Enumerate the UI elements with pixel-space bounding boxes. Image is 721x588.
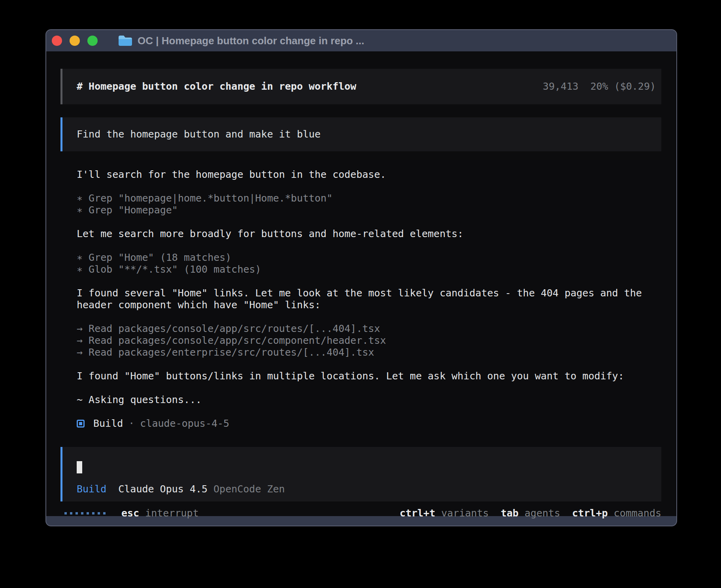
interrupt-label: interrupt <box>145 507 198 519</box>
dot-separator: · <box>128 418 134 430</box>
folder-icon <box>118 35 132 47</box>
tool-call-group: ∗ Grep "Home" (18 matches) ∗ Glob "**/*.… <box>77 252 662 275</box>
token-count: 39,413 <box>543 81 578 92</box>
arrow-right-icon: → <box>77 323 89 334</box>
tool-call: ∗ Grep "Home" (18 matches) <box>77 252 662 264</box>
mode-label[interactable]: Build <box>77 483 106 495</box>
titlebar-title-group: OC | Homepage button color change in rep… <box>118 35 364 47</box>
asterisk-icon: ∗ <box>77 264 89 275</box>
tool-call: ∗ Glob "**/*.tsx" (100 matches) <box>77 264 662 275</box>
agent-model: claude-opus-4-5 <box>140 418 229 430</box>
status-bar-right: ctrl+t variants tab agents ctrl+p comman… <box>388 507 661 519</box>
text-cursor <box>77 461 82 473</box>
agent-name: Build <box>93 418 123 430</box>
assistant-text: Let me search more broadly for buttons a… <box>77 228 662 240</box>
assistant-text: I found "Home" buttons/links in multiple… <box>77 370 662 382</box>
ctrl-t-key: ctrl+t <box>400 507 435 519</box>
tool-call: ∗ Grep "homepage|home.*button|Home.*butt… <box>77 192 662 204</box>
session-header: # Homepage button color change in repo w… <box>60 69 661 104</box>
agents-label: agents <box>525 507 560 519</box>
zoom-button[interactable] <box>87 36 98 46</box>
terminal-window: OC | Homepage button color change in rep… <box>45 29 677 526</box>
titlebar[interactable]: OC | Homepage button color change in rep… <box>46 30 676 51</box>
status-bar: esc interrupt ctrl+t variants tab agents… <box>64 507 661 519</box>
model-provider: OpenCode Zen <box>213 483 285 495</box>
minimize-button[interactable] <box>70 36 80 46</box>
asterisk-icon: ∗ <box>77 204 89 216</box>
tilde-icon: ~ <box>77 394 89 405</box>
tool-call: ∗ Grep "Homepage" <box>77 204 662 216</box>
user-message-text: Find the homepage button and make it blu… <box>77 128 321 140</box>
assistant-text: I found several "Home" links. Let me loo… <box>77 287 662 311</box>
spinner-dots <box>64 512 109 514</box>
ctrl-p-key: ctrl+p <box>572 507 608 519</box>
commands-hint: ctrl+p commands <box>572 507 661 519</box>
window-title: OC | Homepage button color change in rep… <box>138 35 364 47</box>
close-button[interactable] <box>52 36 62 46</box>
esc-key: esc <box>121 507 139 519</box>
session-title: # Homepage button color change in repo w… <box>77 81 356 92</box>
arrow-right-icon: → <box>77 347 89 358</box>
terminal-content: # Homepage button color change in repo w… <box>46 51 676 516</box>
build-agent-icon <box>77 420 85 428</box>
status-line: ~ Asking questions... <box>77 394 662 406</box>
user-message: Find the homepage button and make it blu… <box>60 117 661 151</box>
tool-call: → Read packages/console/app/src/componen… <box>77 335 662 347</box>
agent-status-row: Build · claude-opus-4-5 <box>77 418 662 430</box>
model-line: Build Claude Opus 4.5 OpenCode Zen <box>77 483 661 495</box>
commands-label: commands <box>614 507 661 519</box>
conversation: I'll search for the homepage button in t… <box>77 169 662 430</box>
model-name: Claude Opus 4.5 <box>118 483 208 495</box>
context-cost: 20% ($0.29) <box>590 81 656 92</box>
tool-call: → Read packages/console/app/src/routes/[… <box>77 323 662 335</box>
tab-key: tab <box>501 507 519 519</box>
arrow-right-icon: → <box>77 335 89 346</box>
assistant-text: I'll search for the homepage button in t… <box>77 169 662 181</box>
tool-call-group: → Read packages/console/app/src/routes/[… <box>77 323 662 358</box>
variants-label: variants <box>441 507 489 519</box>
prompt-input[interactable]: Build Claude Opus 4.5 OpenCode Zen <box>60 447 661 501</box>
session-stats: 39,41320% ($0.29) <box>543 81 656 92</box>
variants-hint: ctrl+t variants <box>400 507 489 519</box>
interrupt-hint: esc interrupt <box>121 507 199 519</box>
asterisk-icon: ∗ <box>77 192 89 204</box>
status-bar-left: esc interrupt <box>64 507 199 519</box>
agents-hint: tab agents <box>501 507 561 519</box>
asterisk-icon: ∗ <box>77 252 89 263</box>
tool-call: → Read packages/enterprise/src/routes/[.… <box>77 347 662 358</box>
tool-call-group: ∗ Grep "homepage|home.*button|Home.*butt… <box>77 192 662 216</box>
